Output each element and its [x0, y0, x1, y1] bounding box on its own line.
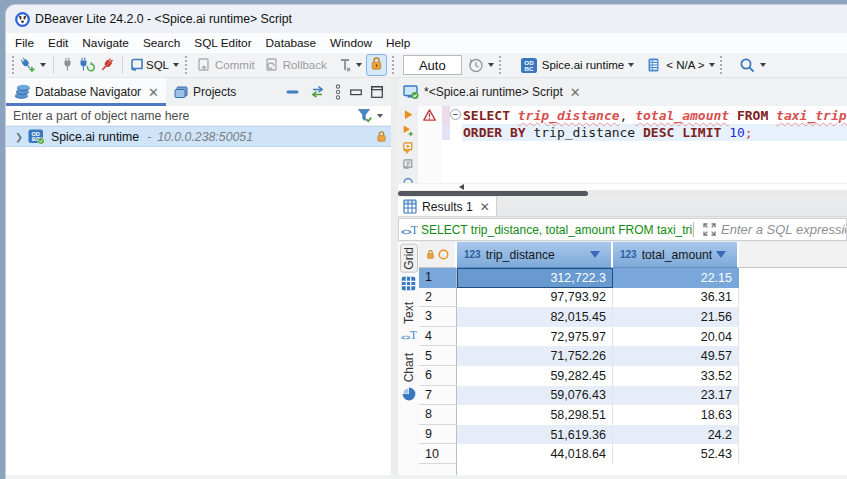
expand-chevron-icon[interactable]: ❯: [15, 131, 23, 142]
rollback-button[interactable]: Rollback: [262, 55, 329, 75]
connect-button[interactable]: [59, 55, 76, 75]
results-grid[interactable]: 123trip_distance123total_amount1312,722.…: [419, 242, 847, 475]
grid-row-4[interactable]: 472,975.9720.04: [419, 327, 847, 347]
object-filter-input[interactable]: [6, 109, 357, 123]
grid-cell-trip_distance[interactable]: 312,722.3: [457, 268, 613, 288]
grid-cell-total_amount[interactable]: 18.63: [613, 405, 739, 425]
close-tab-icon[interactable]: ✕: [570, 85, 581, 100]
grid-row-3[interactable]: 382,015.4521.56: [419, 307, 847, 327]
row-header[interactable]: 6: [419, 366, 457, 386]
view-menu-icon[interactable]: [335, 84, 341, 100]
sql-editor-button[interactable]: SQL: [128, 55, 171, 75]
sql-editor-dropdown[interactable]: [173, 63, 179, 67]
row-header[interactable]: 2: [419, 288, 457, 308]
close-tab-icon[interactable]: ✕: [480, 200, 490, 214]
column-header-total_amount[interactable]: 123total_amount: [613, 242, 739, 268]
grid-row-1[interactable]: 1312,722.322.15: [419, 268, 847, 288]
scrollbar-thumb[interactable]: [398, 191, 588, 196]
grid-cell-trip_distance[interactable]: 59,076.43: [457, 386, 613, 406]
sort-desc-icon[interactable]: [590, 251, 600, 258]
tab-projects[interactable]: Projects: [166, 78, 247, 106]
execute-script-icon[interactable]: [401, 142, 416, 154]
results-view-tab-chart[interactable]: Chart: [401, 351, 417, 404]
link-with-editor-icon[interactable]: [309, 86, 326, 98]
grid-cell-total_amount[interactable]: 52.43: [613, 444, 739, 464]
code-line-current[interactable]: ORDER BY trip_distance DESC LIMIT 10;: [462, 124, 847, 141]
grid-row-8[interactable]: 858,298.5118.63: [419, 405, 847, 425]
grid-cell-trip_distance[interactable]: 72,975.97: [457, 327, 613, 347]
autocommit-toggle[interactable]: [366, 54, 387, 76]
transaction-mode-button[interactable]: [336, 55, 354, 75]
active-connection-dropdown[interactable]: [628, 63, 634, 67]
row-header[interactable]: 7: [419, 386, 457, 406]
grid-row-2[interactable]: 297,793.9236.31: [419, 288, 847, 308]
row-header[interactable]: 1: [419, 268, 457, 288]
commit-button[interactable]: Commit: [194, 55, 257, 75]
active-connection-button[interactable]: OD BC Spice.ai runtime: [518, 55, 626, 76]
new-connection-button[interactable]: [17, 55, 38, 75]
grid-cell-trip_distance[interactable]: 51,619.36: [457, 425, 613, 445]
editor-hscrollbar[interactable]: [398, 183, 847, 190]
results-view-tab-grid[interactable]: Grid: [400, 244, 418, 294]
execute-statement-icon[interactable]: [402, 109, 415, 120]
grid-cell-trip_distance[interactable]: 71,752.26: [457, 346, 613, 366]
collapse-all-icon[interactable]: [286, 88, 300, 96]
menu-window[interactable]: Window: [323, 34, 379, 52]
row-header[interactable]: 4: [419, 327, 457, 347]
row-header[interactable]: 5: [419, 346, 457, 366]
menu-sql-editor[interactable]: SQL Editor: [187, 34, 258, 52]
maximize-panel-icon[interactable]: [371, 86, 383, 98]
tree-item-connection[interactable]: ❯ OD BC Spice.ai runtime - 10.0.0.238:50…: [6, 126, 391, 147]
tab-sql-script[interactable]: *<Spice.ai runtime> Script ✕: [398, 78, 588, 106]
minimize-panel-icon[interactable]: [350, 87, 362, 97]
close-tab-icon[interactable]: ✕: [148, 85, 159, 100]
menu-file[interactable]: File: [8, 34, 41, 52]
column-header-trip_distance[interactable]: 123trip_distance: [457, 242, 613, 268]
filter-dropdown[interactable]: [377, 114, 383, 118]
grid-cell-trip_distance[interactable]: 82,015.45: [457, 307, 613, 327]
code-line[interactable]: SELECT trip_distance, total_amount FROM …: [462, 107, 847, 124]
transaction-log-dropdown[interactable]: [488, 63, 494, 67]
grid-cell-total_amount[interactable]: 21.56: [613, 307, 739, 327]
editor-results-sash[interactable]: [398, 190, 847, 197]
grid-cell-trip_distance[interactable]: 44,018.64: [457, 444, 613, 464]
grid-cell-trip_distance[interactable]: 58,298.51: [457, 405, 613, 425]
menu-edit[interactable]: Edit: [41, 34, 75, 52]
results-view-tab-text[interactable]: Text<>T: [401, 300, 417, 345]
grid-cell-total_amount[interactable]: 36.31: [613, 288, 739, 308]
expand-filter-icon[interactable]: [702, 222, 717, 237]
grid-cell-total_amount[interactable]: 33.52: [613, 366, 739, 386]
grid-cell-trip_distance[interactable]: 97,793.92: [457, 288, 613, 308]
grid-cell-total_amount[interactable]: 20.04: [613, 327, 739, 347]
grid-row-9[interactable]: 951,619.3624.2: [419, 425, 847, 445]
grid-cell-total_amount[interactable]: 22.15: [613, 268, 739, 288]
tab-results-1[interactable]: Results 1 ✕: [398, 197, 497, 216]
menu-navigate[interactable]: Navigate: [75, 34, 136, 52]
search-button[interactable]: [737, 55, 758, 76]
active-schema-dropdown[interactable]: [709, 63, 715, 67]
panel-sash[interactable]: [391, 78, 398, 475]
search-dropdown[interactable]: [760, 63, 766, 67]
autocommit-combo[interactable]: Auto: [403, 55, 462, 75]
transaction-log-button[interactable]: [465, 55, 486, 76]
grid-row-10[interactable]: 1044,018.6452.43: [419, 444, 847, 464]
new-connection-dropdown[interactable]: [40, 63, 46, 67]
code-area[interactable]: SELECT trip_distance, total_amount FROM …: [462, 106, 847, 183]
grid-row-6[interactable]: 659,282.4533.52: [419, 366, 847, 386]
grid-corner-cell[interactable]: [419, 242, 457, 268]
row-header[interactable]: 10: [419, 444, 457, 464]
menu-help[interactable]: Help: [379, 34, 417, 52]
row-header[interactable]: 8: [419, 405, 457, 425]
menu-database[interactable]: Database: [259, 34, 324, 52]
results-filter-field[interactable]: <> T SELECT trip_distance, total_amount …: [398, 218, 847, 241]
disconnect-button[interactable]: [97, 55, 117, 75]
transaction-mode-dropdown[interactable]: [356, 63, 362, 67]
reconnect-button[interactable]: [76, 55, 97, 75]
row-header[interactable]: 3: [419, 307, 457, 327]
fold-collapse-icon[interactable]: −: [450, 109, 461, 120]
grid-cell-total_amount[interactable]: 23.17: [613, 386, 739, 406]
active-schema-button[interactable]: < N/A >: [644, 55, 706, 75]
execute-new-tab-icon[interactable]: [401, 125, 416, 137]
row-header[interactable]: 9: [419, 425, 457, 445]
filter-funnel-icon[interactable]: [357, 108, 373, 123]
